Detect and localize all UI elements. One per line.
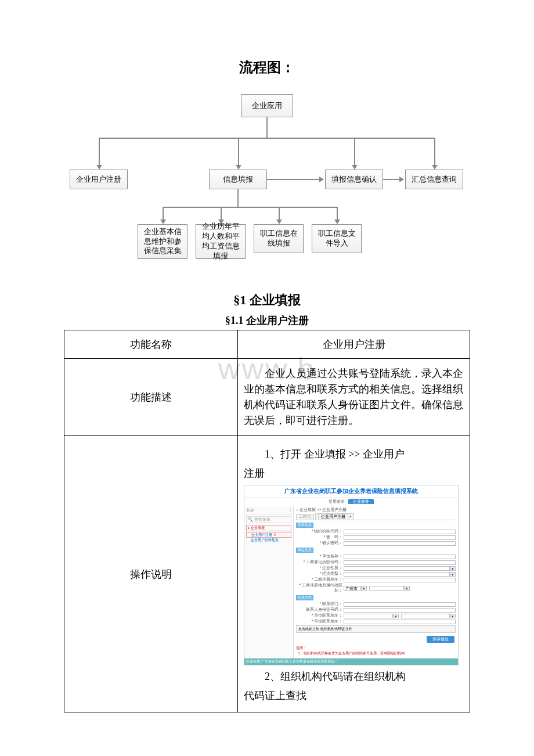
ss-tree-item-config: 企业用户资料配置 <box>246 538 291 542</box>
row2-value: 企业人员通过公共账号登陆系统，录入本企业的基本信息和联系方式的相关信息。选择组织… <box>238 359 470 436</box>
step1-line1: 1、打开 企业填报 >> 企业用户 <box>244 447 464 462</box>
flow-root: 企业应用 <box>241 94 293 117</box>
subsection-title: §1.1 企业用户注册 <box>64 314 470 327</box>
step2-line1: 2、组织机构代码请在组织机构 <box>244 669 464 685</box>
ss-work-tabs: 工作台 企业用户注册 × <box>296 513 456 520</box>
close-icon: ✕ <box>273 533 276 537</box>
table-row: 操作说明 1、打开 企业填报 >> 企业用户 注册 广东省企业在岗职工参加企业养… <box>64 436 470 712</box>
table-row: 功能名称 企业用户注册 <box>64 330 470 359</box>
step1-line2: 注册 <box>244 466 464 481</box>
dropdown-icon: ▾ <box>404 586 410 591</box>
flow-l3-0: 企业基本信息维护和参保信息采集 <box>138 224 187 259</box>
flow-l2-1: 信息填报 <box>209 170 267 189</box>
step2-line2: 代码证上查找 <box>244 688 464 704</box>
flowchart: 企业应用 企业用户注册 信息填报 填报信息确认 汇总信息查询 企业基本信息维护和… <box>64 94 470 274</box>
page-title: 流程图： <box>64 58 470 77</box>
ss-section-contact: 联系方式 <box>296 595 313 600</box>
ss-top-menu: 常用菜单 企业事务 <box>244 498 458 506</box>
ss-search-ph: 查询菜单 <box>254 517 270 521</box>
ss-collapse-icon: 《 <box>287 507 291 513</box>
flow-l3-3: 职工信息文件导入 <box>312 224 362 253</box>
ss-note: 说明： 1、组织机构代码将会作为企业用户的登陆账号使用，请对照组织机构 <box>296 645 456 657</box>
ss-name-label: 名称 <box>246 507 254 513</box>
row1-value: 企业用户注册 <box>238 330 470 359</box>
dropdown-icon: ▾ <box>393 614 399 618</box>
embedded-screenshot: 广东省企业在岗职工参加企业养老保险信息填报系统 常用菜单 企业事务 名称 《 🔍… <box>244 485 459 665</box>
row2-label: 功能描述 <box>64 359 238 436</box>
table-row: 功能描述 企业人员通过公共账号登陆系统，录入本企业的基本信息和联系方式的相关信息… <box>64 359 470 436</box>
flow-l3-2: 职工信息在线填报 <box>254 224 304 253</box>
spec-table: 功能名称 企业用户注册 功能描述 企业人员通过公共账号登陆系统，录入本企业的基本… <box>64 330 470 712</box>
ss-section-unit: 单位信息 <box>296 548 313 553</box>
ss-section-login: 登录信息 <box>296 523 313 528</box>
ss-worktab-label: 工作台 <box>296 514 314 520</box>
flow-l2-3: 汇总信息查询 <box>405 170 463 189</box>
flow-l3-1: 企业历年平均人数和平均工资信息填报 <box>196 224 246 259</box>
ss-work-tab: 企业用户注册 × <box>315 513 355 520</box>
flow-l2-2: 填报信息确认 <box>325 170 383 189</box>
dropdown-icon: ▾ <box>450 566 456 571</box>
dropdown-icon: ▾ <box>361 586 367 591</box>
ss-breadcrumb: ⌂ 企业填报 >> 企业用户注册 <box>296 507 456 513</box>
ss-submit-button: 保存信息 <box>427 636 454 643</box>
row1-label: 功能名称 <box>64 330 238 359</box>
ss-tree-root: ▸ 企业填报 <box>246 525 291 531</box>
ss-tree-item-register: 企业用户注册 ✕ <box>246 532 291 538</box>
ss-menu-active: 企业事务 <box>348 499 374 504</box>
section-title: §1 企业填报 <box>64 291 470 309</box>
flow-l2-0: 企业用户注册 <box>70 170 128 189</box>
ss-left-panel: 名称 《 🔍 查询菜单 ▸ 企业填报 企业用户注册 ✕ 企业用户资料配置 <box>244 506 294 658</box>
ss-menu-common: 常用菜单 <box>329 499 345 503</box>
ss-upload-button: 点击此处上传 组织机构代码证 文件 <box>296 625 456 633</box>
dropdown-icon: ▾ <box>450 572 456 577</box>
row3-value: 1、打开 企业填报 >> 企业用户 注册 广东省企业在岗职工参加企业养老保险信息… <box>238 436 470 712</box>
ss-system-title: 广东省企业在岗职工参加企业养老保险信息填报系统 <box>244 485 458 498</box>
home-icon: ⌂ <box>296 507 298 512</box>
row3-label: 操作说明 <box>64 436 238 712</box>
ss-footer: 欢迎使用 广东省企业在职职工参加养老保险信息填报系统！ <box>244 658 458 665</box>
search-icon: 🔍 <box>248 517 253 521</box>
ss-right-panel: ⌂ 企业填报 >> 企业用户注册 工作台 企业用户注册 × 登录信息 * 组织机… <box>294 506 458 658</box>
dropdown-icon: ▾ <box>450 614 456 618</box>
